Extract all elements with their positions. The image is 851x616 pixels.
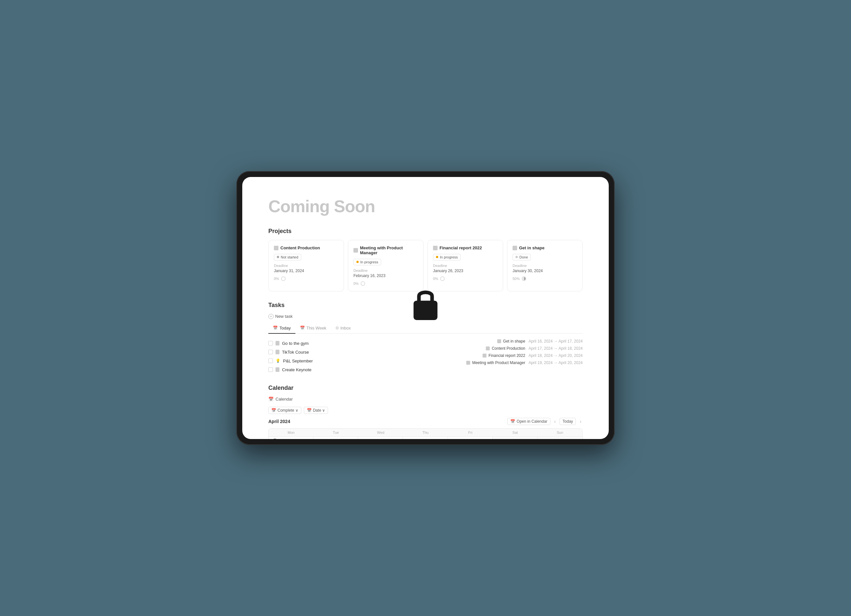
tasks-content: Go to the gym TikTok Course 💡 P&L Septem… [268,339,583,374]
timeline-title-3: Meeting with Product Manager [466,361,525,365]
cal-header-fri: Fri [448,428,493,436]
cal-today-button[interactable]: Today [559,418,576,425]
status-dot-1 [356,261,359,263]
cal-header-sat: Sat [493,428,537,436]
cal-date-19: 19 [451,439,490,439]
open-calendar-icon: 📅 [510,419,515,424]
deadline-date-1: February 16, 2023 [353,273,418,278]
project-card-title-0: Content Production [274,245,338,250]
filter-date-icon: 📅 [307,408,312,413]
task-doc-icon-1 [275,350,280,354]
task-checkbox-0[interactable] [268,341,273,346]
filter-date-button[interactable]: 📅 Date ∨ [304,407,328,414]
timeline-icon-1 [486,347,490,350]
progress-circle-1 [361,281,365,286]
project-card-2[interactable]: Financial report 2022 In progress Deadli… [427,240,503,291]
timeline-title-0: Get in shape [497,339,525,344]
projects-grid: Content Production Not started Deadline … [268,240,583,291]
status-badge-1: In progress [353,259,381,265]
timeline-icon-0 [497,339,501,343]
cal-header-wed: Wed [358,428,403,436]
project-icon-3 [513,246,517,250]
timeline-item-1: Content Production April 17, 2024 → Apri… [432,346,583,351]
progress-0: 0% [274,276,338,281]
cal-cell-17[interactable]: 17 TikTok Course Complete [358,437,403,439]
task-item-1[interactable]: TikTok Course [268,348,419,356]
deadline-date-3: January 30, 2024 [513,269,577,273]
tab-today[interactable]: 📅 Today [268,324,295,334]
cal-cell-16[interactable]: 16 Go to the gym Complete [313,437,358,439]
cal-date-15: 15 [271,439,278,439]
task-doc-icon-3 [275,367,280,372]
progress-2: 0% [433,276,498,281]
calendar-header-row: April 2024 📅 Open in Calendar ‹ Today › [268,418,583,425]
status-dot-0 [277,256,279,258]
calendar-section: Calendar 📅 Calendar 📅 Complete ∨ 📅 Date … [268,385,583,439]
cal-header-thu: Thu [403,428,448,436]
page-title: Coming Soon [268,197,583,216]
open-in-calendar-button[interactable]: 📅 Open in Calendar [507,418,550,425]
calendar-toolbar: 📅 Calendar [268,397,583,401]
deadline-date-0: January 31, 2024 [274,269,338,273]
progress-circle-3 [522,276,526,281]
calendar-filters: 📅 Complete ∨ 📅 Date ∨ [268,407,583,414]
project-icon-0 [274,246,278,250]
task-bulb-icon-2: 💡 [275,359,280,363]
cal-date-18: 18 [406,439,445,439]
new-task-button[interactable]: + New task [268,314,292,319]
timeline-title-1: Content Production [486,346,525,351]
filter-complete-button[interactable]: 📅 Complete ∨ [268,407,301,414]
project-card-1[interactable]: Meeting with Product Manager In progress… [348,240,424,291]
project-icon-1 [353,248,358,252]
timeline-list: Get in shape April 16, 2024 → April 17, … [426,339,583,374]
calendar-days-header: Mon Tue Wed Thu Fri Sat Sun [269,428,582,437]
status-badge-3: Done [513,254,531,260]
timeline-icon-2 [483,354,486,358]
task-checkbox-1[interactable] [268,350,273,354]
projects-section-title: Projects [268,228,583,235]
filter-complete-icon: 📅 [271,408,276,413]
tab-inbox[interactable]: ⊙ Inbox [331,324,355,334]
project-card-title-2: Financial report 2022 [433,245,498,250]
project-card-3[interactable]: Get in shape Done Deadline January 30, 2… [507,240,583,291]
cal-date-16: 16 [316,439,355,439]
cal-header-mon: Mon [269,428,313,436]
deadline-date-2: January 26, 2023 [433,269,498,273]
cal-cell-19[interactable]: 19 [448,437,493,439]
cal-cell-18[interactable]: 18 📍 P&L September Complete [403,437,448,439]
cal-date-17: 17 [361,439,400,439]
timeline-title-2: Financial report 2022 [483,353,525,358]
task-doc-icon-0 [275,341,280,346]
calendar-nav: 📅 Open in Calendar ‹ Today › [507,418,583,425]
tablet-screen: Coming Soon Projects Content Production … [242,177,609,439]
task-item-2[interactable]: 💡 P&L September [268,356,419,365]
cal-header-sun: Sun [538,428,582,436]
deadline-label-0: Deadline [274,264,338,267]
timeline-item-0: Get in shape April 16, 2024 → April 17, … [432,339,583,344]
task-checkbox-3[interactable] [268,367,273,372]
tab-this-week[interactable]: 📅 This Week [295,324,331,334]
cal-cell-20[interactable]: 20 [493,437,537,439]
cal-next-button[interactable]: › [579,418,583,425]
cal-cell-21[interactable]: 21 [538,437,582,439]
calendar-label: 📅 Calendar [268,397,293,401]
tablet-frame: Coming Soon Projects Content Production … [236,171,615,445]
cal-prev-button[interactable]: ‹ [553,418,557,425]
timeline-icon-3 [466,361,470,365]
task-list: Go to the gym TikTok Course 💡 P&L Septem… [268,339,426,374]
plus-icon: + [268,314,274,319]
projects-section: Projects Content Production Not started … [268,228,583,291]
progress-1: 0% [353,281,418,286]
project-card-0[interactable]: Content Production Not started Deadline … [268,240,344,291]
calendar-week-row: 15 16 Go to the gym [269,437,582,439]
cal-date-21: 21 [540,439,580,439]
task-item-0[interactable]: Go to the gym [268,339,419,348]
cal-cell-15[interactable]: 15 [269,437,313,439]
timeline-item-2: Financial report 2022 April 18, 2024 → A… [432,353,583,358]
task-item-3[interactable]: Create Keynote [268,365,419,374]
progress-3: 50% [513,276,577,281]
task-checkbox-2[interactable] [268,359,273,363]
tasks-tabs: 📅 Today 📅 This Week ⊙ Inbox [268,324,583,334]
content-area[interactable]: Coming Soon Projects Content Production … [242,177,609,439]
calendar-month: April 2024 [268,419,290,424]
